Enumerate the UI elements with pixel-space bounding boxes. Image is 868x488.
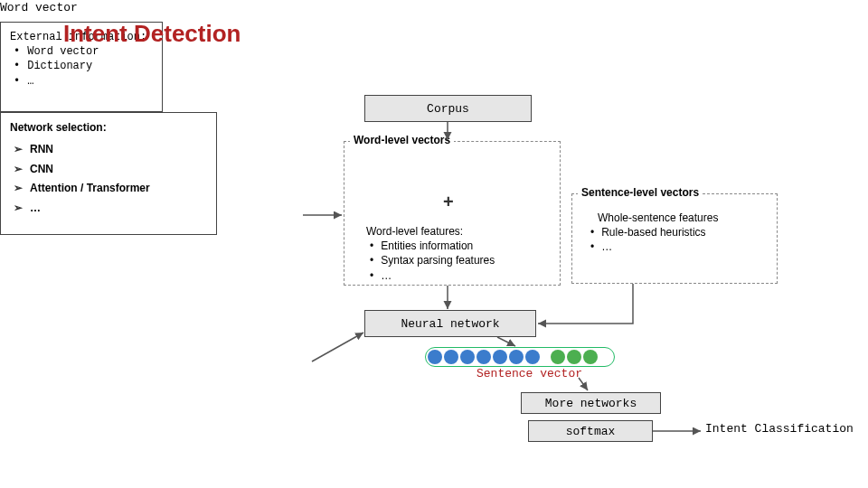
bead-icon (509, 350, 524, 364)
sentence-feature-item: Rule-based heuristics (590, 225, 768, 239)
corpus-box: Corpus (364, 95, 532, 122)
sentence-features-heading: Whole-sentence features (581, 211, 768, 225)
sentence-vector-beads (425, 347, 615, 367)
intent-classification-output: Intent Classification (705, 422, 854, 436)
slide-title: Intent Detection (63, 20, 241, 48)
network-option: Attention / Transformer (14, 179, 207, 199)
network-option: RNN (14, 140, 207, 160)
corpus-label: Corpus (427, 102, 469, 116)
bead-icon (583, 350, 598, 364)
bead-icon (428, 350, 442, 364)
word-feature-item: Syntax parsing features (370, 253, 542, 267)
svg-line-4 (312, 333, 363, 361)
network-option: … (14, 199, 207, 219)
plus-icon: + (443, 192, 454, 212)
network-selection-box: Network selection: RNN CNN Attention / T… (0, 112, 217, 235)
more-networks-box: More networks (521, 392, 661, 414)
more-networks-label: More networks (545, 397, 637, 410)
bead-icon (476, 350, 491, 364)
word-level-title: Word-level vectors (350, 134, 454, 146)
bead-icon (525, 350, 540, 364)
neural-network-box: Neural network (364, 310, 536, 337)
neural-network-label: Neural network (401, 317, 499, 331)
bead-icon (551, 350, 565, 364)
bead-icon (493, 350, 507, 364)
sentence-level-title: Sentence-level vectors (578, 186, 703, 199)
sentence-feature-item: … (590, 239, 768, 254)
external-item: … (14, 74, 153, 89)
network-option: CNN (14, 160, 207, 180)
word-features-heading: Word-level features: (366, 224, 542, 239)
softmax-box: softmax (528, 420, 653, 442)
bead-icon (567, 350, 581, 364)
sentence-vector-label: Sentence vector (476, 367, 582, 380)
word-feature-item: Entities information (370, 239, 542, 253)
svg-line-3 (497, 337, 515, 346)
word-vector-label: Word vector (0, 0, 122, 22)
bead-icon (444, 350, 458, 364)
word-vector-text: Word vector (0, 1, 78, 14)
bead-icon (460, 350, 475, 364)
softmax-label: softmax (566, 425, 616, 438)
network-selection-heading: Network selection: (10, 120, 207, 135)
word-level-features: Word-level features: Entities informatio… (357, 217, 552, 288)
external-item: Dictionary (14, 59, 153, 73)
sentence-level-group: Sentence-level vectors Whole-sentence fe… (571, 193, 778, 284)
word-feature-item: … (370, 268, 542, 283)
